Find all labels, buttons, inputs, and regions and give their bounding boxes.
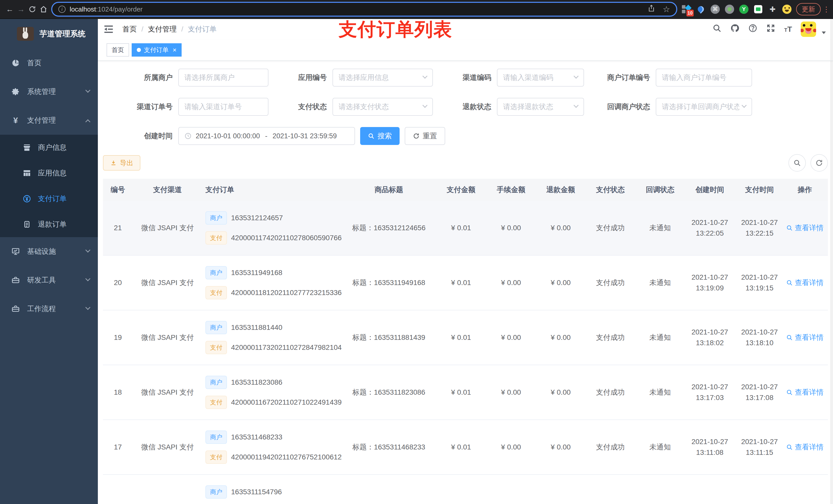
view-detail-link[interactable]: 查看详情 [786, 387, 824, 397]
back-icon[interactable]: ← [4, 3, 15, 15]
monitor-icon [11, 247, 20, 256]
reload-icon[interactable] [27, 3, 38, 15]
help-icon[interactable] [748, 24, 757, 35]
breadcrumb-pay-management[interactable]: 支付管理 [148, 24, 177, 34]
view-detail-link[interactable]: 查看详情 [786, 278, 824, 288]
sidebar-item-home[interactable]: 首页 [0, 49, 98, 77]
cell-pay-order: 商户 1635311949168 支付 42000011812021102777… [203, 266, 342, 299]
cell-create-time: 2021-10-2713:11:08 [685, 436, 735, 458]
channel-order-no-input[interactable] [178, 98, 268, 116]
sidebar-item-dev-tools[interactable]: 研发工具 [0, 266, 98, 294]
extension-y-icon[interactable]: Y [739, 4, 749, 14]
refresh-table-icon[interactable] [810, 154, 828, 172]
share-icon[interactable] [647, 4, 656, 14]
pay-order-no: 4200001167202110271022491439 [231, 398, 342, 406]
export-button[interactable]: 导出 [103, 155, 140, 171]
avatar[interactable] [801, 22, 816, 37]
merchant-order-no: 1635311468233 [231, 433, 282, 441]
collapse-sidebar-icon[interactable] [103, 24, 114, 35]
sidebar-item-pay-management[interactable]: ¥ 支付管理 [0, 106, 98, 135]
merchant-order-line: 商户 1635311823086 [206, 376, 342, 389]
app-label: 应用编号 [268, 73, 332, 82]
briefcase-icon [11, 305, 20, 313]
app-select[interactable]: 请选择应用信息 [332, 69, 433, 87]
toggle-search-icon[interactable] [788, 154, 806, 172]
avatar-dropdown-icon[interactable] [822, 31, 826, 34]
extension-tag-manager-icon[interactable]: 10 [681, 4, 692, 14]
close-icon[interactable]: × [173, 47, 176, 53]
channel-code-select[interactable]: 请输入渠道编码 [497, 69, 584, 87]
sidebar-item-refund-order[interactable]: 退款订单 [0, 212, 98, 237]
cell-pay-order: 商户 1635312124657 支付 42000011742021102780… [203, 211, 342, 245]
cell-action: 查看详情 [784, 223, 825, 233]
site-info-icon[interactable]: i [58, 6, 66, 13]
pay-status-select[interactable]: 请选择支付状态 [332, 98, 433, 116]
merchant-order-no-input[interactable] [656, 69, 752, 87]
bookmark-star-icon[interactable]: ☆ [663, 4, 670, 14]
cell-notify-status: 未通知 [635, 387, 685, 397]
sidebar-item-workflow[interactable]: 工作流程 [0, 294, 98, 323]
extension-badge: 10 [687, 10, 694, 16]
view-detail-link[interactable]: 查看详情 [786, 223, 824, 233]
top-navbar: 首页 / 支付管理 / 支付订单 支付订单列表 [98, 19, 833, 40]
home-icon[interactable] [38, 3, 49, 15]
search-button[interactable]: 搜索 [360, 127, 400, 145]
cell-create-time: 2021-10-2713:17:03 [685, 382, 735, 403]
cell-pay-time: 2021-10-2713:18:10 [735, 327, 784, 348]
address-bar[interactable]: i localhost:1024/pay/order ☆ [51, 2, 677, 17]
cell-pay-channel: 微信 JSAPI 支付 [133, 333, 203, 342]
create-time-range-picker[interactable]: 2021-10-01 00:00:00 - 2021-10-31 23:59:5… [178, 127, 355, 145]
refund-status-select[interactable]: 请选择退款状态 [497, 98, 584, 116]
extension-command-icon[interactable]: ⌘ [710, 4, 720, 14]
view-detail-link[interactable]: 查看详情 [786, 333, 824, 342]
extension-emoji-icon[interactable] [782, 4, 792, 14]
sidebar-item-merchant-info[interactable]: 商户信息 [0, 135, 98, 160]
cell-refund: ¥ 0.00 [536, 443, 586, 451]
view-detail-link[interactable]: 查看详情 [786, 442, 824, 452]
cell-pay-time: 2021-10-2713:17:08 [735, 382, 784, 403]
chrome-menu-icon[interactable]: ⋮ [823, 5, 829, 14]
sidebar-item-infrastructure[interactable]: 基础设施 [0, 237, 98, 266]
clock-icon [185, 133, 192, 140]
sidebar-item-system[interactable]: 系统管理 [0, 77, 98, 106]
page-content: 所属商户 应用编号 请选择应用信息 渠道编码 请输入渠道编码 商户订单编号 渠道… [98, 61, 833, 504]
extension-chat-icon[interactable] [753, 4, 763, 14]
search-icon [368, 133, 375, 139]
merchant-input[interactable] [178, 69, 268, 87]
cell-amount: ¥ 0.01 [436, 279, 486, 287]
shop-icon [23, 143, 31, 152]
reset-button[interactable]: 重置 [405, 127, 445, 145]
search-icon [786, 280, 793, 286]
forward-icon[interactable]: → [15, 3, 27, 15]
cell-order-id: 20 [103, 279, 133, 287]
yen-icon: ¥ [11, 116, 20, 125]
breadcrumb-pay-order: 支付订单 [188, 24, 217, 34]
notify-status-select[interactable]: 请选择订单回调商户状态 [656, 98, 752, 116]
tag-home[interactable]: 首页 [106, 43, 129, 56]
scrollbar[interactable] [830, 19, 833, 504]
cell-order-id: 21 [103, 224, 133, 232]
sidebar-item-pay-order[interactable]: 支付订单 [0, 186, 98, 212]
font-size-icon[interactable]: TT [784, 25, 792, 33]
search-icon[interactable] [712, 24, 721, 35]
cell-title: 标题：1635312124656 [342, 223, 436, 233]
fullscreen-icon[interactable] [766, 24, 776, 35]
extensions-puzzle-icon[interactable]: ✚ [767, 4, 778, 14]
table-row: 商户 1635311154796 支付 [103, 475, 828, 504]
chevron-down-icon [742, 103, 747, 108]
extension-pin-icon[interactable] [696, 4, 706, 14]
chevron-down-icon [85, 305, 90, 310]
chevron-down-icon [422, 103, 428, 108]
merchant-order-line: 商户 1635312124657 [206, 211, 342, 224]
breadcrumb-home[interactable]: 首页 [122, 24, 137, 34]
table-row: 19 微信 JSAPI 支付 商户 1635311881440 支付 42000… [103, 310, 828, 365]
pay-order-line: 支付 4200001181202110277723215336 [206, 286, 342, 299]
extension-dot-icon[interactable] [724, 4, 735, 14]
github-icon[interactable] [730, 24, 739, 35]
search-icon [786, 444, 793, 451]
chrome-update-button[interactable]: 更新 [796, 3, 821, 15]
sidebar-item-app-info[interactable]: 应用信息 [0, 160, 98, 186]
pay-order-no: 4200001173202110272847982104 [231, 343, 342, 352]
tag-pay-order[interactable]: 支付订单 × [132, 43, 182, 56]
merchant-order-line: 商户 1635311881440 [206, 321, 342, 334]
